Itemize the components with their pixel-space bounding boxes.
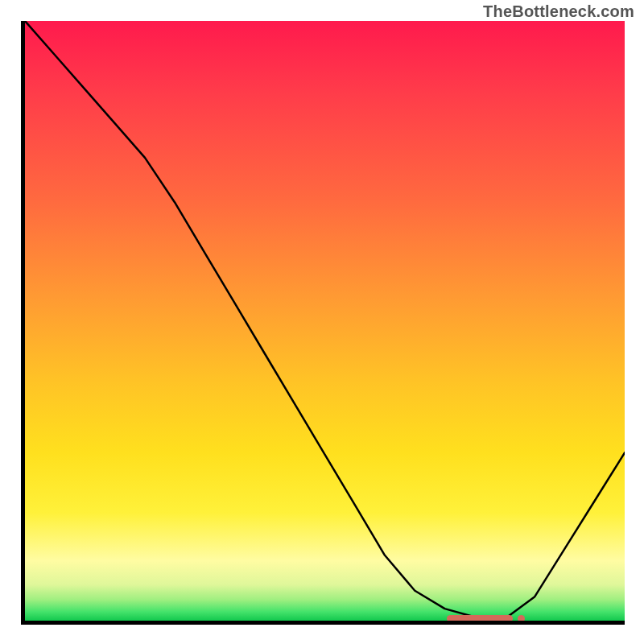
chart-container: TheBottleneck.com [0, 0, 644, 644]
bottleneck-curve [25, 21, 625, 621]
minimum-marker-dot [518, 615, 525, 622]
minimum-marker [447, 615, 513, 622]
watermark-text: TheBottleneck.com [483, 2, 634, 21]
plot-area [21, 21, 625, 625]
